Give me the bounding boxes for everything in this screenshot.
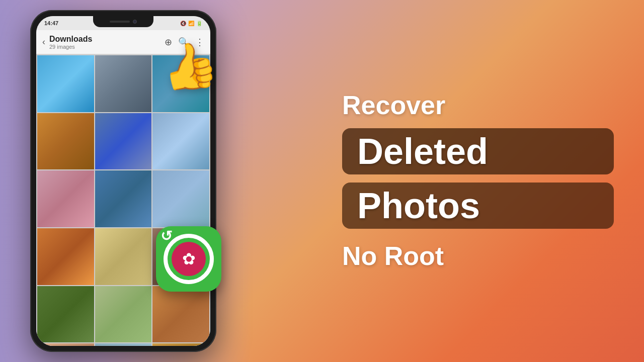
status-time: 14:47 (44, 20, 58, 26)
deleted-heading: Deleted (357, 133, 599, 169)
list-item[interactable] (95, 228, 152, 285)
back-button[interactable]: ‹ (42, 37, 45, 47)
signal-icon: 📶 (188, 21, 194, 26)
folder-name: Downloads (49, 35, 160, 44)
list-item[interactable] (152, 343, 209, 346)
list-item[interactable] (95, 55, 152, 112)
right-content-area: Recover Deleted Photos No Root (302, 0, 644, 362)
list-item[interactable] (152, 286, 209, 343)
list-item[interactable] (37, 113, 94, 170)
list-item[interactable] (95, 286, 152, 343)
mute-icon: 🔇 (180, 21, 186, 26)
app-icon[interactable]: ✿ (156, 226, 221, 292)
photos-heading: Photos (357, 188, 599, 224)
list-item[interactable] (95, 170, 152, 227)
list-item[interactable] (95, 113, 152, 170)
list-item[interactable] (152, 170, 209, 227)
list-item[interactable] (37, 343, 94, 346)
main-background: 14:47 🔇 📶 🔋 ‹ Downloads 29 images (0, 0, 644, 362)
list-item[interactable] (37, 170, 94, 227)
folder-title: Downloads 29 images (49, 35, 160, 50)
phone-camera (133, 20, 137, 24)
phone-notch (93, 16, 153, 27)
folder-count: 29 images (49, 44, 160, 50)
list-item[interactable] (37, 286, 94, 343)
list-item[interactable] (95, 343, 152, 346)
status-icons: 🔇 📶 🔋 (180, 21, 202, 26)
flower-icon: ✿ (182, 249, 196, 268)
list-item[interactable] (37, 55, 94, 112)
deleted-text-box: Deleted (342, 128, 614, 174)
list-item[interactable] (152, 113, 209, 170)
thumbs-up-emoji: 👍 (157, 36, 222, 98)
battery-icon: 🔋 (196, 21, 202, 26)
photos-text-box: Photos (342, 183, 614, 229)
list-item[interactable] (37, 228, 94, 285)
photo-grid (36, 54, 210, 346)
phone-speaker (110, 21, 130, 23)
app-icon-background: ✿ (156, 226, 221, 292)
noroot-heading: No Root (342, 241, 614, 271)
app-icon-circle: ✿ (164, 234, 214, 284)
recover-heading: Recover (342, 91, 614, 120)
app-icon-inner: ✿ (172, 242, 206, 276)
